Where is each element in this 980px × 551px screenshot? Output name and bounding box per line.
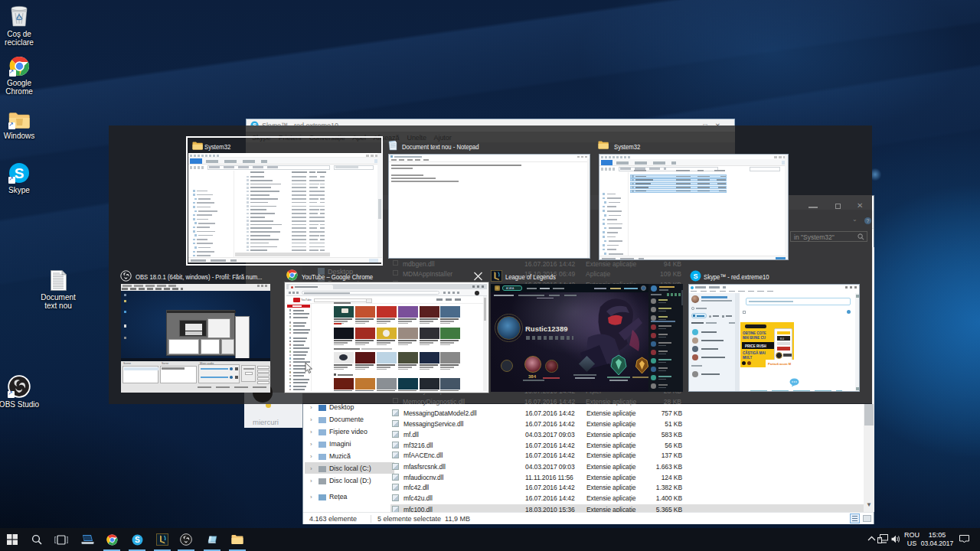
- svg-text:S: S: [693, 272, 697, 280]
- svg-text:S: S: [135, 535, 140, 543]
- svg-text:S: S: [15, 165, 24, 181]
